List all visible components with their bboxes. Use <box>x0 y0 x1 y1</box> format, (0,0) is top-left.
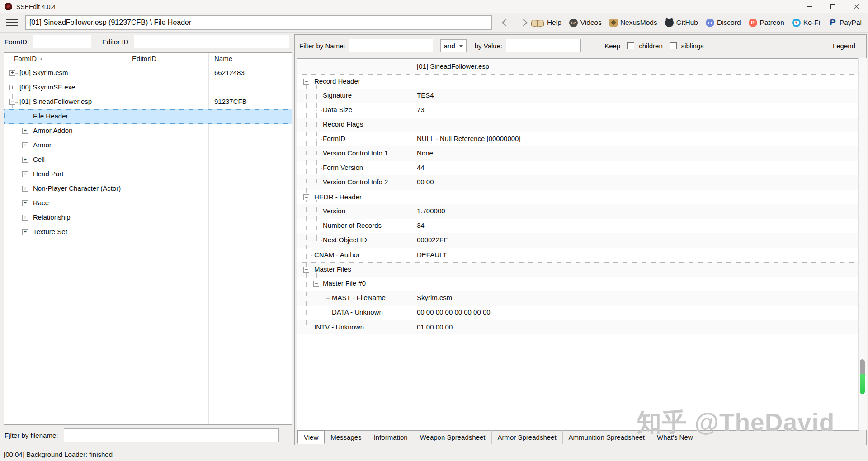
plugin-tree-row[interactable]: + Armor <box>4 138 292 153</box>
expand-toggle-icon[interactable]: + <box>9 70 15 76</box>
keep-children-checkbox[interactable] <box>627 42 634 49</box>
record-view-panel: Filter by Name: and by Value: Keep child… <box>294 34 867 445</box>
close-button[interactable] <box>844 0 868 13</box>
address-bar[interactable] <box>25 15 492 30</box>
toolbar-link-videos[interactable]: GP Videos <box>569 19 602 27</box>
tab-view[interactable]: View <box>297 430 325 444</box>
toolbar-link-label: Ko-Fi <box>803 19 820 27</box>
record-tree-row[interactable]: Next Object ID 000022FE <box>297 233 858 248</box>
plugin-tree-row[interactable]: − [01] SineadFollower.esp 91237CFB <box>4 95 292 109</box>
minimize-button[interactable] <box>797 0 821 13</box>
record-tree-row[interactable]: CNAM - Author DEFAULT <box>297 248 858 262</box>
restore-button[interactable] <box>821 0 844 13</box>
back-button[interactable] <box>498 16 511 29</box>
filename-filter-input[interactable] <box>64 428 279 442</box>
column-header-editorid[interactable]: EditorID <box>132 55 156 62</box>
expand-toggle-icon[interactable]: − <box>303 194 309 200</box>
filter-name-input[interactable] <box>349 39 433 52</box>
expand-toggle-icon[interactable]: + <box>22 229 28 235</box>
expand-toggle-icon[interactable]: + <box>22 142 28 148</box>
plugin-tree-row[interactable]: + Race <box>4 196 292 211</box>
toolbar-link-patreon[interactable]: P Patreon <box>749 19 784 27</box>
menu-icon[interactable] <box>6 18 19 27</box>
toolbar-link-kofi[interactable]: ♥ Ko-Fi <box>792 19 820 27</box>
legend-button[interactable]: Legend <box>830 42 858 50</box>
toolbar-link-discord[interactable]: Discord <box>706 19 741 27</box>
keep-siblings-checkbox[interactable] <box>670 42 677 49</box>
tab-weapon-spreadsheet[interactable]: Weapon Spreadsheet <box>414 430 492 444</box>
sseedit-window: SSEEdit 4.0.4 Help GP Videos NexusMods G… <box>0 0 868 461</box>
expand-toggle-icon[interactable]: − <box>313 281 319 287</box>
plugin-tree-row[interactable]: + [00] SkyrimSE.exe <box>4 80 292 95</box>
plugin-tree-row[interactable]: + Relationship <box>4 211 292 225</box>
expand-toggle-icon[interactable]: + <box>22 200 28 206</box>
record-tree-row[interactable]: Number of Records 34 <box>297 219 858 233</box>
record-tree-row[interactable]: Version 1.700000 <box>297 204 858 219</box>
plugin-tree-row-label: Armor Addon <box>33 127 73 134</box>
record-tree-row[interactable]: Form Version 44 <box>297 161 858 175</box>
record-field-value: 01 00 00 00 <box>417 323 453 331</box>
formid-input[interactable] <box>33 35 91 48</box>
record-tree-row[interactable]: − Record Header <box>297 74 858 89</box>
record-tree-row[interactable]: Version Control Info 2 00 00 <box>297 175 858 190</box>
toolbar-link-nexusmods[interactable]: NexusMods <box>609 19 657 27</box>
record-tree-row[interactable]: Version Control Info 1 None <box>297 146 858 161</box>
status-text: [00:04] Background Loader: finished <box>4 451 113 458</box>
expand-toggle-icon[interactable]: − <box>303 267 309 273</box>
record-field-value: 00 00 <box>417 178 434 186</box>
plugin-tree-row[interactable]: + Texture Set <box>4 225 292 240</box>
expand-toggle-icon[interactable]: + <box>22 157 28 163</box>
filename-filter-label: Filter by filename: <box>5 432 58 439</box>
status-bar: [00:04] Background Loader: finished <box>0 447 868 461</box>
toolbar-link-paypal[interactable]: P PayPal <box>828 18 862 27</box>
plugin-tree-row[interactable]: + [00] Skyrim.esm 66212483 <box>4 66 292 80</box>
record-tree-row[interactable]: Record Flags <box>297 118 858 132</box>
record-tree-row[interactable]: [01] SineadFollower.esp <box>297 60 858 74</box>
plugin-tree-row[interactable]: + Non-Player Character (Actor) <box>4 182 292 196</box>
expand-toggle-icon[interactable]: − <box>9 99 15 105</box>
filter-operator-select[interactable]: and <box>440 39 467 52</box>
expand-toggle-icon[interactable]: + <box>9 85 15 90</box>
kofi-icon: ♥ <box>792 19 801 27</box>
record-field-label: DATA - Unknown <box>332 308 383 316</box>
plugin-tree-row[interactable]: File Header <box>4 109 292 124</box>
editorid-input[interactable] <box>134 35 289 48</box>
plugin-tree-body: + [00] Skyrim.esm 66212483 + [00] Skyrim… <box>4 66 292 240</box>
record-tree-row[interactable]: − HEDR - Header <box>297 190 858 204</box>
tab-information[interactable]: Information <box>368 430 414 444</box>
record-tree-row[interactable]: Data Size 73 <box>297 103 858 118</box>
minimize-icon <box>807 6 812 7</box>
plugin-tree-row[interactable]: + Head Part <box>4 167 292 182</box>
restore-icon <box>830 4 835 9</box>
record-tree-row[interactable]: − Master File #0 <box>297 277 858 291</box>
vertical-scrollbar[interactable] <box>858 58 867 430</box>
expand-toggle-icon[interactable]: + <box>22 215 28 221</box>
forward-button[interactable] <box>518 16 531 29</box>
expand-toggle-icon[interactable]: + <box>22 186 28 192</box>
record-tree-row[interactable]: Signature TES4 <box>297 89 858 103</box>
tab-what-s-new[interactable]: What's New <box>651 430 699 444</box>
scrollbar-thumb[interactable] <box>860 359 865 394</box>
plugin-tree-row[interactable]: + Armor Addon <box>4 124 292 138</box>
record-tree-row[interactable]: FormID NULL - Null Reference [00000000] <box>297 132 858 146</box>
toolbar-link-github[interactable]: GitHub <box>665 19 698 27</box>
column-header-formid[interactable]: FormID▲ <box>14 55 43 62</box>
record-tree-row[interactable]: INTV - Unknown 01 00 00 00 <box>297 320 858 334</box>
expand-toggle-icon[interactable]: + <box>22 128 28 134</box>
tab-armor-spreadsheet[interactable]: Armor Spreadsheet <box>492 430 563 444</box>
record-tree-row[interactable]: − Master Files <box>297 262 858 277</box>
toolbar-link-help[interactable]: Help <box>531 18 561 27</box>
record-tree-row[interactable]: DATA - Unknown 00 00 00 00 00 00 00 00 <box>297 306 858 320</box>
tab-ammunition-spreadsheet[interactable]: Ammunition Spreadsheet <box>563 430 651 444</box>
record-field-label: CNAM - Author <box>314 251 360 259</box>
expand-toggle-icon[interactable]: + <box>22 171 28 177</box>
record-field-label: Record Flags <box>323 120 363 128</box>
tab-messages[interactable]: Messages <box>325 430 368 444</box>
close-icon <box>853 4 859 10</box>
toolbar-link-label: PayPal <box>840 19 862 27</box>
column-header-name[interactable]: Name <box>214 55 232 62</box>
filter-value-input[interactable] <box>506 39 581 52</box>
plugin-tree-row[interactable]: + Cell <box>4 153 292 167</box>
expand-toggle-icon[interactable]: − <box>303 79 309 85</box>
record-tree-row[interactable]: MAST - FileName Skyrim.esm <box>297 291 858 306</box>
